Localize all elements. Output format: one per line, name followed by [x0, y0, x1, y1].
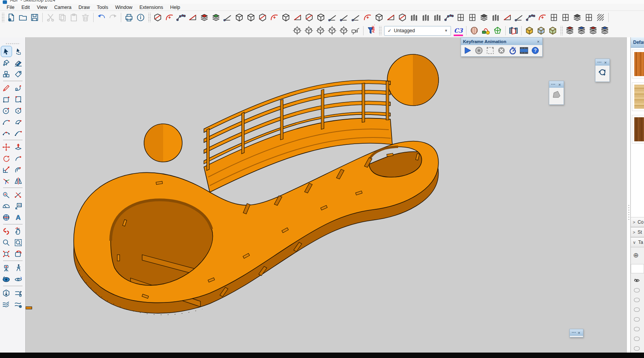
ext-cross-red-tool[interactable] — [513, 12, 525, 23]
ext-eraser-cad-tool[interactable] — [397, 12, 408, 23]
ext-truss-tool[interactable] — [443, 12, 455, 23]
record-button[interactable] — [474, 46, 484, 55]
eye-hidden-icon[interactable] — [634, 308, 640, 312]
circle-tool[interactable] — [1, 105, 12, 116]
mini-bottom-titlebar[interactable]: ... × — [570, 329, 583, 336]
tray-section-ta[interactable]: ∨Ta — [631, 237, 644, 247]
close-icon[interactable]: × — [604, 60, 607, 65]
ext-hatch-tool[interactable] — [595, 12, 606, 23]
slicer-s-tool[interactable] — [564, 25, 576, 36]
walk-tool[interactable] — [13, 262, 24, 273]
ext-stairs-tool[interactable] — [525, 12, 536, 23]
drape-ball-tool[interactable] — [480, 25, 492, 36]
play-button[interactable] — [463, 46, 473, 55]
new-file-button[interactable] — [5, 12, 17, 23]
add-tag-button[interactable]: ⊕ — [633, 251, 644, 259]
lasso-select-tool[interactable] — [13, 46, 24, 57]
ext-box-dot-tool[interactable] — [315, 12, 327, 23]
ext-pedestal-tool[interactable] — [501, 12, 513, 23]
menu-window[interactable]: Window — [111, 4, 136, 11]
tag-row[interactable] — [631, 334, 644, 344]
ext-ramp-tool[interactable] — [536, 12, 548, 23]
ext-layers-multi-tool[interactable] — [210, 12, 222, 23]
ext-window-grid-tool[interactable] — [583, 12, 595, 23]
material-swatch-wood-dark[interactable] — [632, 115, 644, 143]
ext-door-frame-tool[interactable] — [560, 12, 571, 23]
bezier-arc-tool[interactable] — [13, 127, 24, 139]
tag-row[interactable] — [631, 315, 644, 324]
tag-row[interactable] — [631, 324, 644, 334]
ext-angle-measure-tool[interactable] — [350, 12, 362, 23]
export-movie-button[interactable] — [519, 46, 529, 55]
download-model-tool[interactable] — [1, 287, 12, 299]
eye-hidden-icon[interactable] — [634, 337, 640, 341]
axes-tool[interactable] — [1, 175, 12, 186]
solid-subtract-button[interactable] — [535, 25, 547, 36]
components-tool[interactable] — [1, 68, 12, 80]
freehand-tool[interactable] — [13, 82, 24, 94]
slicer-red-tool[interactable] — [587, 25, 599, 36]
curvizard-tool[interactable]: C3 — [453, 25, 464, 36]
ext-bolt-tool[interactable] — [490, 12, 501, 23]
eye-hidden-icon[interactable] — [634, 288, 640, 292]
eraser-tool[interactable] — [13, 57, 24, 68]
model-3d-bench[interactable] — [26, 37, 627, 353]
flatten-panel-tool[interactable] — [508, 25, 519, 36]
save-button[interactable] — [29, 12, 40, 23]
slicer-blue-tool[interactable] — [576, 25, 587, 36]
select-tool[interactable] — [1, 46, 12, 57]
protractor-tool[interactable] — [1, 200, 12, 212]
model-canvas[interactable] — [26, 37, 627, 353]
ext-bend-pipe-tool[interactable] — [268, 12, 280, 23]
ext-layers-red-tool[interactable] — [198, 12, 210, 23]
tray-section-co[interactable]: >Co — [631, 217, 644, 227]
three-point-arc-tool[interactable] — [1, 127, 12, 139]
ext-box-convert-tool[interactable] — [280, 12, 292, 23]
open-button[interactable] — [17, 12, 29, 23]
view-top-button[interactable] — [303, 25, 315, 36]
ext-shelf-stack-tool[interactable] — [478, 12, 490, 23]
tag-row[interactable] — [631, 276, 644, 285]
ext-edge-offset-tool[interactable] — [362, 12, 373, 23]
position-camera-tool[interactable] — [1, 262, 12, 273]
tag-row[interactable] — [631, 344, 644, 353]
ext-panel-fold-tool[interactable] — [455, 12, 466, 23]
look-around-tool[interactable] — [1, 273, 12, 285]
menu-extensions[interactable]: Extensions — [136, 4, 167, 11]
rotated-rectangle-tool[interactable] — [13, 94, 24, 105]
polygon-tool[interactable] — [13, 105, 24, 116]
ext-dome-split-tool[interactable] — [303, 12, 315, 23]
section-view-tool[interactable] — [13, 273, 24, 285]
ext-panel-point-tool[interactable] — [466, 12, 478, 23]
swirl-export-tool[interactable] — [13, 299, 24, 310]
abf-filter-tool[interactable]: ABF_ — [366, 25, 377, 36]
arc-tool[interactable] — [1, 116, 12, 127]
ext-corner-sharp-tool[interactable] — [338, 12, 350, 23]
view-front-button[interactable] — [315, 25, 326, 36]
rotate-tool[interactable] — [1, 153, 12, 164]
material-swatch-wood-light[interactable] — [632, 83, 644, 111]
scale-tool[interactable] — [1, 164, 12, 175]
push-pull-tool[interactable] — [13, 141, 24, 153]
menu-help[interactable]: Help — [167, 4, 184, 11]
ext-hex-dashed-tool[interactable] — [233, 12, 245, 23]
close-icon[interactable]: × — [536, 39, 540, 44]
menu-tools[interactable]: Tools — [93, 4, 111, 11]
solid-trim-button[interactable] — [547, 25, 559, 36]
tag-filter-field[interactable] — [631, 264, 644, 273]
undo-button[interactable] — [96, 12, 107, 23]
offset-tool[interactable] — [13, 164, 24, 175]
ext-box-cage-tool[interactable] — [373, 12, 385, 23]
mini-orbit-titlebar[interactable]: ... × — [595, 59, 609, 66]
text-tool[interactable] — [13, 200, 24, 212]
rectangle-tool[interactable] — [1, 94, 12, 105]
ext-wedge-panel-tool[interactable] — [292, 12, 303, 23]
move-tool[interactable] — [1, 141, 12, 153]
timing-button[interactable] — [508, 46, 518, 55]
shell-tool[interactable] — [468, 25, 480, 36]
close-icon[interactable]: × — [558, 82, 562, 87]
sidebar-grip[interactable] — [5, 43, 20, 45]
polyreduce-tool[interactable] — [492, 25, 503, 36]
material-swatch-wood-orange[interactable] — [632, 50, 644, 78]
close-icon[interactable]: × — [577, 330, 581, 335]
